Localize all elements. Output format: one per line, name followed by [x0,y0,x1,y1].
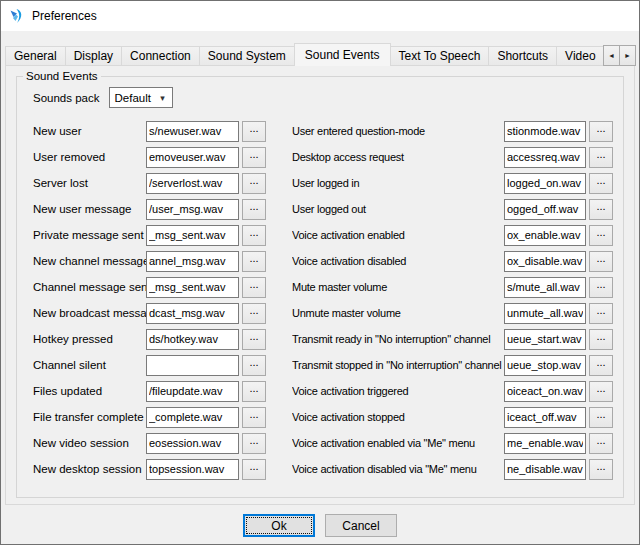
sound-event-row: User logged out ... [292,196,613,222]
sound-file-input[interactable] [504,329,586,350]
ok-button[interactable]: Ok [243,514,315,537]
browse-button[interactable]: ... [589,199,613,220]
sound-file-input[interactable] [504,407,586,428]
browse-button[interactable]: ... [242,355,266,376]
browse-button[interactable]: ... [589,147,613,168]
sound-file-input[interactable] [504,147,586,168]
browse-button[interactable]: ... [242,199,266,220]
browse-button[interactable]: ... [589,381,613,402]
sound-event-label: Voice activation enabled via "Me" menu [292,437,504,449]
sound-event-label: Voice activation disabled via "Me" menu [292,463,504,475]
sound-file-input[interactable] [146,407,239,428]
tab-video[interactable]: Video [556,46,605,66]
tab-display[interactable]: Display [65,46,122,66]
sound-file-input[interactable] [504,381,586,402]
sound-event-row: User entered question-mode ... [292,118,613,144]
sounds-pack-value: Default [115,92,151,104]
sound-event-label: Desktop access request [292,151,504,163]
browse-button[interactable]: ... [242,433,266,454]
tab-scroll-right-button[interactable]: ► [619,45,636,66]
tab-text-to-speech[interactable]: Text To Speech [390,46,490,66]
browse-button[interactable]: ... [589,121,613,142]
sound-event-row: File transfer complete ... [33,404,266,430]
sound-events-column-left: New user ... User removed ... Server los… [33,118,266,482]
browse-button[interactable]: ... [242,277,266,298]
sound-file-input[interactable] [504,199,586,220]
sound-file-input[interactable] [504,251,586,272]
sound-file-input[interactable] [146,121,239,142]
sound-file-input[interactable] [146,355,239,376]
tab-shortcuts[interactable]: Shortcuts [488,46,557,66]
browse-button[interactable]: ... [242,329,266,350]
browse-button[interactable]: ... [589,173,613,194]
sound-file-input[interactable] [146,277,239,298]
tab-general[interactable]: General [5,46,66,66]
sounds-pack-row: Sounds pack Default ▾ [33,87,623,108]
sound-event-row: Voice activation disabled via "Me" menu … [292,456,613,482]
groupbox-title: Sound Events [23,70,101,82]
left-arrow-icon: ◄ [608,52,615,59]
sound-file-input[interactable] [146,459,239,480]
sound-file-input[interactable] [146,381,239,402]
sound-file-input[interactable] [146,199,239,220]
browse-button[interactable]: ... [242,173,266,194]
sound-file-input[interactable] [146,329,239,350]
browse-button[interactable]: ... [589,303,613,324]
sound-event-label: Voice activation enabled [292,229,504,241]
browse-button[interactable]: ... [242,459,266,480]
browse-button[interactable]: ... [242,121,266,142]
browse-button[interactable]: ... [242,147,266,168]
browse-button[interactable]: ... [242,251,266,272]
browse-button[interactable]: ... [589,355,613,376]
sound-event-row: Server lost ... [33,170,266,196]
sounds-pack-combobox[interactable]: Default ▾ [109,87,173,108]
browse-button[interactable]: ... [242,381,266,402]
sound-event-row: Channel message sent ... [33,274,266,300]
sound-event-label: Hotkey pressed [33,333,146,345]
sound-event-row: New video session ... [33,430,266,456]
browse-button[interactable]: ... [589,459,613,480]
browse-button[interactable]: ... [589,277,613,298]
sound-event-row: Desktop access request ... [292,144,613,170]
browse-button[interactable]: ... [589,251,613,272]
window-title: Preferences [32,9,97,23]
sound-file-input[interactable] [146,173,239,194]
tab-sound-events[interactable]: Sound Events [294,43,391,66]
browse-button[interactable]: ... [589,433,613,454]
sound-file-input[interactable] [504,121,586,142]
sound-event-row: Files updated ... [33,378,266,404]
sound-event-row: Voice activation enabled ... [292,222,613,248]
browse-button[interactable]: ... [242,303,266,324]
sound-file-input[interactable] [146,147,239,168]
sound-file-input[interactable] [504,277,586,298]
sound-event-row: Private message sent ... [33,222,266,248]
browse-button[interactable]: ... [589,407,613,428]
sound-file-input[interactable] [146,303,239,324]
sound-file-input[interactable] [504,173,586,194]
sound-event-row: Transmit ready in "No interruption" chan… [292,326,613,352]
tab-sound-system[interactable]: Sound System [199,46,295,66]
sound-file-input[interactable] [504,303,586,324]
chevron-down-icon: ▾ [156,88,170,107]
browse-button[interactable]: ... [242,225,266,246]
sound-file-input[interactable] [146,251,239,272]
sound-event-row: Unmute master volume ... [292,300,613,326]
sound-event-row: Hotkey pressed ... [33,326,266,352]
browse-button[interactable]: ... [589,225,613,246]
sound-file-input[interactable] [146,433,239,454]
browse-button[interactable]: ... [242,407,266,428]
tab-scroll-left-button[interactable]: ◄ [603,45,620,66]
sound-event-label: New video session [33,437,146,449]
sound-file-input[interactable] [504,225,586,246]
tab-connection[interactable]: Connection [121,46,200,66]
sound-event-label: Voice activation stopped [292,411,504,423]
sound-file-input[interactable] [504,433,586,454]
sound-events-column-right: User entered question-mode ... Desktop a… [292,118,613,482]
cancel-button[interactable]: Cancel [325,514,397,537]
sound-event-label: Channel silent [33,359,146,371]
sound-event-label: File transfer complete [33,411,146,423]
sound-file-input[interactable] [504,459,586,480]
sound-file-input[interactable] [146,225,239,246]
sound-file-input[interactable] [504,355,586,376]
browse-button[interactable]: ... [589,329,613,350]
